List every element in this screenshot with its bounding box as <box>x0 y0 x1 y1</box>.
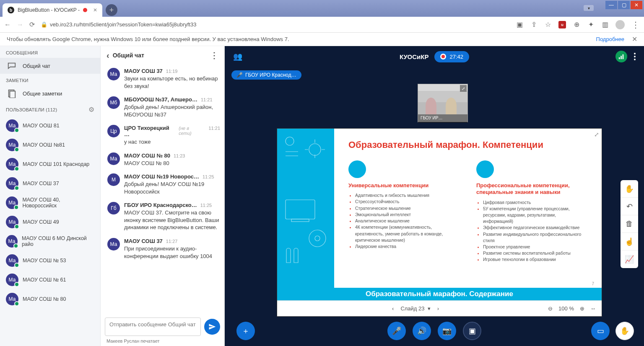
users-settings-icon[interactable]: ⚙ <box>88 106 94 114</box>
webcam-button[interactable]: 📷 <box>438 322 456 340</box>
slide-col1-title: Универсальные компетенции <box>348 182 428 189</box>
media-controls: ＋ 🎤 🔊 📷 ▣ ▭ ✋ <box>225 322 644 340</box>
slide-next-icon[interactable]: › <box>437 305 439 312</box>
public-chat-row[interactable]: Общий чат <box>0 58 100 74</box>
slide-decorative-sidebar <box>277 129 334 288</box>
zoom-level: 100 % <box>558 305 574 312</box>
user-row[interactable]: МаМАОУ СОШ 49 <box>0 212 100 232</box>
message-avatar: Ма <box>107 238 120 250</box>
user-name: МАОУ ООШ №81 <box>23 142 65 148</box>
svg-rect-2 <box>619 57 620 59</box>
ublock-icon[interactable]: u <box>558 21 566 28</box>
user-row[interactable]: МаМАОУ ООШ №81 <box>0 135 100 155</box>
send-button[interactable] <box>204 319 220 335</box>
slide-prev-icon[interactable]: ‹ <box>392 305 394 312</box>
zoom-in-icon[interactable]: ⊕ <box>580 305 584 312</box>
users-toggle-icon[interactable]: 👥 <box>233 52 242 61</box>
slide-bullet: Цифровая грамотность <box>483 199 587 206</box>
message-author: ГБОУ ИРО Краснодарско… <box>124 202 197 208</box>
info-bar-link[interactable]: Подробнее <box>596 36 624 42</box>
url-field[interactable]: 🔒 veb.iro23.ru/html5client/join?sessionT… <box>41 21 510 28</box>
slide-column-1: Универсальные компетенции Адаптивность и… <box>348 160 460 263</box>
chat-back-icon[interactable]: ‹ <box>106 51 109 60</box>
svg-point-10 <box>315 236 320 241</box>
message-avatar: Цр <box>107 125 120 137</box>
message-text: у нас тоже <box>124 138 220 146</box>
tool-hand-icon[interactable]: ✋ <box>621 180 638 198</box>
tool-chart-icon[interactable]: 📈 <box>621 250 638 268</box>
chrome-chevron-down-icon[interactable]: ▾ <box>584 5 594 11</box>
user-row[interactable]: МаМАОУ СОШ 37 <box>0 174 100 193</box>
bookmark-star-icon[interactable]: ☆ <box>544 21 552 28</box>
fit-width-icon[interactable]: ↔ <box>590 305 596 312</box>
chat-messages[interactable]: Ма МАОУ СОШ 3711:19 Звуки на компьторе е… <box>101 65 224 314</box>
stage-menu-icon[interactable] <box>634 53 636 60</box>
slide-bullet: Развитие системы воспитательной работы <box>483 250 587 256</box>
slide-col2-title: Профессиональные компетенции, специальны… <box>476 182 587 196</box>
slide-indicator[interactable]: Слайд 23 ▾ <box>400 305 430 312</box>
tool-undo-icon[interactable]: ↶ <box>621 198 638 215</box>
message-text: Звуки на компьторе есть, но вебинар без … <box>124 75 220 90</box>
window-maximize-button[interactable]: ▢ <box>618 1 630 9</box>
actions-plus-button[interactable]: ＋ <box>236 322 255 340</box>
slide-bullet: 5У компетенции (управление процессами, р… <box>483 206 587 225</box>
globe-icon[interactable]: ⊕ <box>573 21 580 28</box>
webcam-expand-icon[interactable]: ⤢ <box>460 85 467 92</box>
share-icon[interactable]: ⇪ <box>530 21 538 28</box>
svg-point-6 <box>309 144 321 155</box>
chat-icon <box>6 61 18 70</box>
chrome-info-bar: Чтобы обновлять Google Chrome, нужна Win… <box>0 33 644 46</box>
user-row[interactable]: МаМАОУ СОШ 40, Новороссийск <box>0 193 100 212</box>
window-close-button[interactable]: ✕ <box>631 1 642 9</box>
address-bar: ← → ⟳ 🔒 veb.iro23.ru/html5client/join?se… <box>0 17 644 33</box>
chat-message: Гб ГБОУ ИРО Краснодарско…11:25 МАОУ СОШ … <box>106 199 222 235</box>
recording-pill[interactable]: 27:42 <box>434 51 469 62</box>
message-author: МАОУ СОШ 37 <box>124 238 163 244</box>
slide-bullet: Адаптивность и гибкость мышления <box>355 192 460 199</box>
audio-status-icon <box>13 243 18 248</box>
message-time: 11:27 <box>166 239 178 244</box>
minimize-presentation-button[interactable]: ▭ <box>591 322 610 340</box>
new-tab-button[interactable]: + <box>106 4 117 16</box>
camera-icon[interactable]: ▣ <box>516 21 523 28</box>
user-row[interactable]: МаМАОУ СОШ 6 МО Динской райо <box>0 232 100 251</box>
user-row[interactable]: МаМАОУ СОШ № 80 <box>0 289 100 309</box>
chat-menu-icon[interactable]: ⋮ <box>210 50 218 60</box>
sidepanel-icon[interactable]: ▥ <box>601 21 609 28</box>
connection-status-icon[interactable] <box>615 51 627 62</box>
info-bar-close-icon[interactable]: ✕ <box>632 35 637 43</box>
webcam-thumbnail[interactable]: ⤢ ГБОУ ИР… <box>418 84 468 122</box>
user-row[interactable]: МаМАОУ СОШ № 61 <box>0 270 100 289</box>
screenshare-button[interactable]: ▣ <box>463 322 481 340</box>
user-avatar: Ма <box>6 139 18 151</box>
message-avatar: М <box>107 173 120 186</box>
tool-multiuser-icon[interactable]: ☝ <box>621 233 638 250</box>
tool-trash-icon[interactable]: 🗑 <box>621 215 638 233</box>
user-row[interactable]: МаМАОУ СОШ № 53 <box>0 251 100 270</box>
extensions-icon[interactable]: ✦ <box>587 21 595 28</box>
users-section-title: ПОЛЬЗОВАТЕЛИ (112) <box>6 107 57 112</box>
raise-hand-button[interactable]: ✋ <box>615 322 634 340</box>
user-row[interactable]: МаМАОУ СОШ 101 Краснодар <box>0 155 100 174</box>
zoom-out-icon[interactable]: ⊖ <box>548 305 553 312</box>
mute-mic-button[interactable]: 🎤 <box>387 322 406 340</box>
chat-input[interactable]: Отправить сообщение Общий чат <box>105 318 201 336</box>
user-row[interactable]: МаМАОУ ООШ 81 <box>0 116 100 135</box>
window-minimize-button[interactable]: — <box>605 1 617 9</box>
message-time: 11:25 <box>200 203 212 208</box>
tab-close-icon[interactable]: ✕ <box>93 7 97 13</box>
slide-bullet: Лидерские качества <box>355 243 460 250</box>
audio-status-icon <box>14 224 19 229</box>
audio-status-icon <box>14 263 19 268</box>
tab-recording-icon <box>83 8 87 12</box>
nav-reload-icon[interactable]: ⟳ <box>29 21 35 28</box>
shared-notes-row[interactable]: Общие заметки <box>0 85 100 101</box>
chrome-menu-icon[interactable]: ⋮ <box>631 20 640 30</box>
message-author: ЦРО Тихорецкий … <box>124 125 175 137</box>
message-avatar: Ма <box>107 68 120 80</box>
nav-back-icon[interactable]: ← <box>4 21 11 28</box>
audio-button[interactable]: 🔊 <box>413 322 431 340</box>
profile-icon[interactable] <box>615 20 625 29</box>
chat-message: Цр ЦРО Тихорецкий …(не в сети)11:21 у на… <box>106 121 222 149</box>
browser-tab[interactable]: b BigBlueButton - КУОСиКР - ✕ <box>3 3 102 17</box>
